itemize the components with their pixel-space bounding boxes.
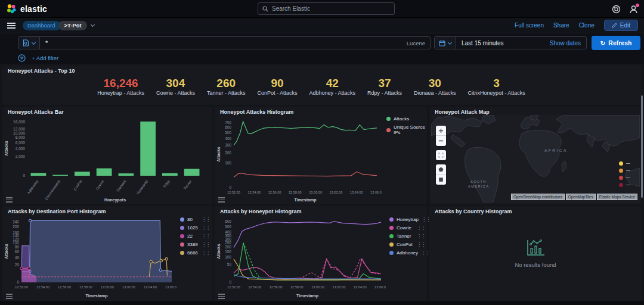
saved-query-menu[interactable] <box>18 37 40 49</box>
svg-text:500: 500 <box>225 225 231 229</box>
map-legend-dot <box>619 169 623 173</box>
map-canvas[interactable]: AFRICA SOUTH AMERICA <box>431 115 640 203</box>
svg-text:100: 100 <box>13 241 19 245</box>
menu-hamburger-icon[interactable] <box>7 23 16 29</box>
svg-text:4,000: 4,000 <box>16 147 26 151</box>
panel-attacks-by-country: Attacks by Country Histogram No results … <box>429 206 642 301</box>
map-attribution-chip[interactable]: OpenMapTiles <box>566 194 596 200</box>
legend-item[interactable]: Tanner⋮⋮ <box>389 234 425 239</box>
map-zoom-out-button[interactable] <box>436 136 446 146</box>
series-color-dot <box>180 234 184 238</box>
metric-label: Honeytrap - Attacks <box>97 90 144 96</box>
help-icon[interactable] <box>612 5 621 14</box>
svg-text:13:04:00: 13:04:00 <box>144 285 157 289</box>
query-language-badge[interactable]: Lucene <box>407 40 430 46</box>
legend-item[interactable]: 3389⋮⋮ <box>180 242 210 247</box>
map-fit-bounds-button[interactable] <box>436 150 446 160</box>
time-range-value[interactable]: Last 15 minutes <box>456 40 550 46</box>
legend-item[interactable]: 1025⋮⋮ <box>180 225 210 231</box>
series-options-menu-icon[interactable]: ⋮⋮ <box>417 234 425 239</box>
series-options-menu-icon[interactable]: ⋮⋮ <box>417 242 425 247</box>
series-options-menu-icon[interactable]: ⋮⋮ <box>417 225 425 231</box>
query-bar: * Lucene Last 15 minutes Show dates ↻ Re… <box>0 33 644 52</box>
legend-item[interactable]: 22⋮⋮ <box>180 234 210 239</box>
svg-text:12:58:00: 12:58:00 <box>289 191 302 194</box>
series-options-menu-icon[interactable]: ⋮⋮ <box>422 217 430 222</box>
metric: 260Tanner - Attacks <box>207 77 246 96</box>
legend-toggle-icon[interactable] <box>218 294 225 299</box>
series-options-menu-icon[interactable]: ⋮⋮ <box>202 225 210 231</box>
breadcrumb-dashboard[interactable]: Dashboard <box>23 21 61 30</box>
map-legend-item <box>619 169 630 173</box>
series-options-menu-icon[interactable]: ⋮⋮ <box>421 250 429 256</box>
refresh-button[interactable]: ↻ Refresh <box>592 36 640 50</box>
query-text[interactable]: * <box>40 39 407 46</box>
metric: 90ConPot - Attacks <box>257 77 297 96</box>
series-options-menu-icon[interactable]: ⋮⋮ <box>202 250 210 256</box>
legend-item[interactable]: Unique Source IPs <box>386 125 426 135</box>
filter-icon[interactable] <box>18 54 26 62</box>
map-draw-polygon-button[interactable] <box>436 164 446 175</box>
elastic-brand[interactable]: elastic <box>0 4 119 14</box>
search-icon <box>262 6 268 12</box>
page-scrollbar[interactable] <box>641 95 643 198</box>
map-zoom-in-button[interactable] <box>436 126 446 136</box>
map-attribution-chip[interactable]: Elastic Maps Service <box>597 194 637 200</box>
svg-text:0: 0 <box>229 185 231 189</box>
series-options-menu-icon[interactable]: ⋮⋮ <box>202 242 210 247</box>
svg-text:13:02:00: 13:02:00 <box>330 191 343 194</box>
svg-text:Adbhoney: Adbhoney <box>27 179 39 195</box>
nav-actions: Full screen Share Clone Edit <box>515 20 638 31</box>
show-dates-link[interactable]: Show dates <box>550 40 586 46</box>
legend-item[interactable]: Cowrie⋮⋮ <box>389 225 425 231</box>
saved-query-icon <box>23 39 29 46</box>
edit-button[interactable]: Edit <box>604 20 638 31</box>
legend-item[interactable]: 80⋮⋮ <box>180 217 210 222</box>
svg-text:Timestamp: Timestamp <box>296 294 318 298</box>
next-row-edge <box>0 301 644 305</box>
edit-button-label: Edit <box>620 22 630 29</box>
map-draw-rectangle-button[interactable] <box>436 175 446 185</box>
svg-text:300: 300 <box>225 143 231 147</box>
panel-title: Honeypot Attacks Bar <box>8 109 64 115</box>
panel-title: Honeypot Attack Map <box>435 109 490 115</box>
chevron-down-icon <box>448 40 452 44</box>
legend-item[interactable]: ConPot⋮⋮ <box>389 242 425 247</box>
chart-legend: AttacksUnique Source IPs <box>386 116 426 135</box>
clone-link[interactable]: Clone <box>579 22 595 29</box>
svg-text:13:00:00: 13:00:00 <box>101 285 114 289</box>
full-screen-link[interactable]: Full screen <box>515 22 544 29</box>
filter-bar: + Add filter <box>0 52 644 64</box>
legend-toggle-icon[interactable] <box>218 197 225 203</box>
series-options-menu-icon[interactable]: ⋮⋮ <box>202 217 210 222</box>
time-picker-calendar[interactable] <box>435 37 456 49</box>
svg-text:Honeypots: Honeypots <box>104 198 126 203</box>
legend-toggle-icon[interactable] <box>6 197 13 203</box>
user-avatar[interactable] <box>629 5 638 14</box>
svg-text:13:00:00: 13:00:00 <box>309 191 322 194</box>
legend-item[interactable]: 6666⋮⋮ <box>180 250 210 256</box>
legend-item[interactable]: Honeytrap⋮⋮ <box>389 217 425 222</box>
global-search[interactable] <box>258 2 395 15</box>
add-filter-button[interactable]: + Add filter <box>32 55 58 61</box>
map-attribution-chip[interactable]: OpenStreetMap contributors <box>511 194 565 200</box>
map-toolbar <box>436 126 446 185</box>
honeypot-attacks-histogram-chart: 0100200300400500600700AttacksTimestamp12… <box>216 116 382 203</box>
metrics-row: 16,246Honeytrap - Attacks304Cowrie - Att… <box>0 77 631 96</box>
legend-item[interactable]: Adbhoney⋮⋮ <box>389 250 425 256</box>
map-label-africa: AFRICA <box>544 148 568 152</box>
svg-text:Attacks: Attacks <box>4 141 8 155</box>
share-link[interactable]: Share <box>553 22 569 29</box>
honeypot-attacks-bar-chart: 02,0004,0006,0008,00010,00012,00016,000A… <box>4 116 209 203</box>
panel-honeypot-attacks-bar: Honeypot Attacks Bar 02,0004,0006,0008,0… <box>2 107 212 204</box>
breadcrumb-tpot[interactable]: >T-Pot <box>58 21 86 30</box>
svg-text:13:02:00: 13:02:00 <box>333 285 346 289</box>
map-legend-dash <box>626 170 630 171</box>
legend-item[interactable]: Attacks <box>386 116 426 122</box>
query-input-box[interactable]: * Lucene <box>18 36 431 49</box>
chevron-down-icon[interactable] <box>91 23 95 27</box>
search-input[interactable] <box>272 5 379 12</box>
series-color-dot <box>389 217 394 222</box>
legend-toggle-icon[interactable] <box>6 294 13 299</box>
series-options-menu-icon[interactable]: ⋮⋮ <box>202 234 210 239</box>
